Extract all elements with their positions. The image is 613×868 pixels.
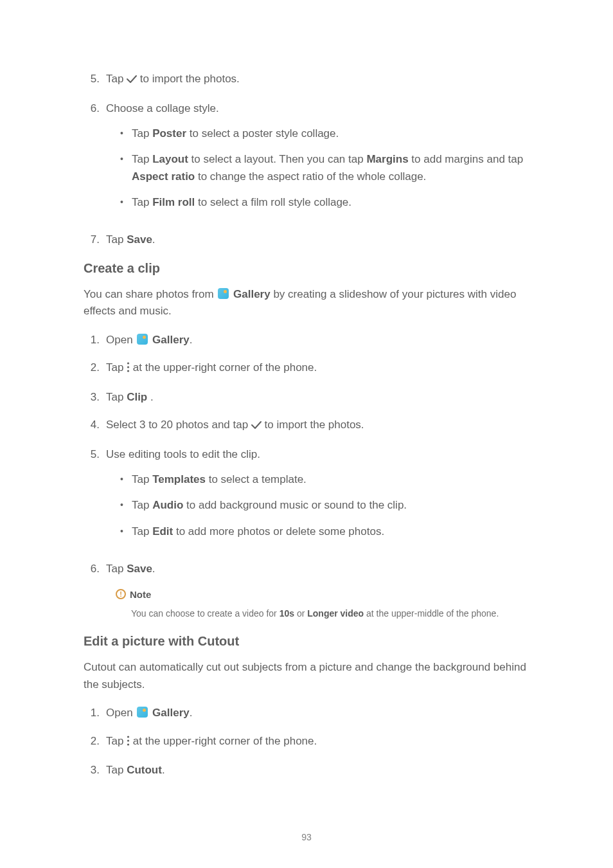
text: Tap [106, 73, 127, 85]
svg-point-5 [127, 743, 129, 745]
list-number: 7. [84, 231, 106, 248]
list-item: 5. Use editing tools to edit the clip. •… [84, 446, 529, 550]
list-content: Choose a collage style. • Tap Poster to … [106, 100, 529, 221]
bullet-icon: • [120, 151, 132, 185]
section-heading: Create a clip [84, 261, 529, 276]
note-label: Note [130, 589, 151, 600]
list-item: 7. Tap Save. [84, 231, 529, 248]
text: Tap Poster to select a poster style coll… [132, 125, 529, 142]
list-number: 1. [84, 332, 106, 348]
list-content: Open Gallery. [106, 332, 529, 348]
list-content: Tap Save. [106, 231, 529, 248]
list-number: 2. [84, 733, 106, 751]
checkmark-icon [127, 72, 137, 89]
list-number: 4. [84, 417, 106, 435]
svg-point-1 [127, 366, 129, 368]
page-number: 93 [0, 832, 613, 842]
list-number: 2. [84, 359, 106, 377]
document-page: 5. Tap to import the photos. 6. Choose a… [0, 0, 613, 779]
note-block: ! Note You can choose to create a video … [116, 589, 529, 622]
text: Choose a collage style. [106, 102, 219, 114]
list-item: 3. Tap Cutout. [84, 762, 529, 779]
svg-point-4 [127, 739, 129, 741]
note-header: ! Note [116, 589, 529, 600]
text: to import the photos. [137, 73, 240, 85]
bullet-icon: • [120, 125, 132, 142]
text: Tap Audio to add background music or sou… [132, 497, 529, 514]
list-item: 2. Tap at the upper-right corner of the … [84, 359, 529, 377]
sublist-item: • Tap Edit to add more photos or delete … [120, 523, 529, 540]
list-number: 3. [84, 389, 106, 406]
list-number: 6. [84, 100, 106, 221]
list-item: 4. Select 3 to 20 photos and tap to impo… [84, 417, 529, 435]
svg-point-3 [127, 736, 129, 737]
list-number: 5. [84, 446, 106, 550]
note-text: You can choose to create a video for 10s… [131, 606, 529, 622]
bullet-icon: • [120, 471, 132, 488]
list-content: Tap to import the photos. [106, 71, 529, 89]
list-content: Open Gallery. [106, 705, 529, 721]
list-number: 3. [84, 762, 106, 779]
list-number: 5. [84, 71, 106, 89]
sublist-item: • Tap Film roll to select a film roll st… [120, 194, 529, 211]
list-item: 5. Tap to import the photos. [84, 71, 529, 89]
text: Tap Edit to add more photos or delete so… [132, 523, 529, 540]
list-content: Tap Clip . [106, 389, 529, 406]
list-content: Tap Save. [106, 561, 529, 577]
bullet-icon: • [120, 523, 132, 540]
list-item: 6. Choose a collage style. • Tap Poster … [84, 100, 529, 221]
list-content: Use editing tools to edit the clip. • Ta… [106, 446, 529, 550]
list-item: 3. Tap Clip . [84, 389, 529, 406]
info-icon: ! [116, 589, 126, 599]
list-number: 1. [84, 705, 106, 721]
paragraph: You can share photos from Gallery by cre… [84, 286, 529, 320]
sublist-item: • Tap Templates to select a template. [120, 471, 529, 488]
checkmark-icon [251, 418, 262, 435]
svg-point-2 [127, 370, 129, 372]
bullet-icon: • [120, 497, 132, 514]
section-heading: Edit a picture with Cutout [84, 634, 529, 649]
text: Tap Layout to select a layout. Then you … [132, 151, 529, 185]
text: Tap Templates to select a template. [132, 471, 529, 488]
gallery-icon [137, 334, 148, 345]
text: Tap Film roll to select a film roll styl… [132, 194, 529, 211]
list-content: Tap at the upper-right corner of the pho… [106, 359, 529, 377]
list-content: Select 3 to 20 photos and tap to import … [106, 417, 529, 435]
gallery-icon [137, 707, 148, 718]
gallery-icon [218, 288, 229, 299]
paragraph: Cutout can automatically cut out subject… [84, 659, 529, 693]
list-item: 2. Tap at the upper-right corner of the … [84, 733, 529, 751]
list-number: 6. [84, 561, 106, 577]
list-content: Tap Cutout. [106, 762, 529, 779]
list-content: Tap at the upper-right corner of the pho… [106, 733, 529, 751]
sublist-item: • Tap Poster to select a poster style co… [120, 125, 529, 142]
list-item: 1. Open Gallery. [84, 705, 529, 721]
list-item: 1. Open Gallery. [84, 332, 529, 348]
sublist-item: • Tap Audio to add background music or s… [120, 497, 529, 514]
bullet-icon: • [120, 194, 132, 211]
svg-point-0 [127, 362, 129, 364]
sublist-item: • Tap Layout to select a layout. Then yo… [120, 151, 529, 185]
list-item: 6. Tap Save. [84, 561, 529, 577]
